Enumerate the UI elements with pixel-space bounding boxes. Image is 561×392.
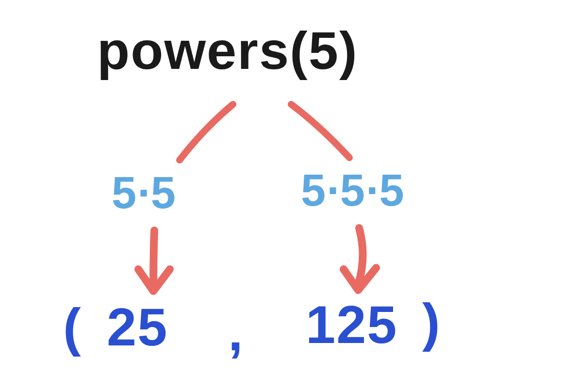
left-expression: 5·5 (112, 167, 177, 218)
result-right-value: 125 (306, 294, 398, 355)
arc-title-to-right (291, 104, 349, 158)
arrow-left-shaft (153, 230, 154, 284)
right-expression: 5·5·5 (301, 165, 405, 216)
tuple-close-paren: ) (422, 291, 441, 353)
function-call-title: powers(5) (97, 19, 358, 81)
arc-title-to-left (180, 104, 233, 160)
diagram-canvas: powers(5) 5·5 5·5·5 ( 25 , 125 ) (0, 0, 561, 392)
tuple-comma: , (228, 301, 244, 362)
tuple-open-paren: ( (63, 296, 82, 358)
arrow-right-shaft (359, 228, 363, 281)
result-left-value: 25 (107, 296, 168, 358)
arrow-left-head (138, 269, 170, 291)
arrow-right-head (344, 268, 376, 290)
